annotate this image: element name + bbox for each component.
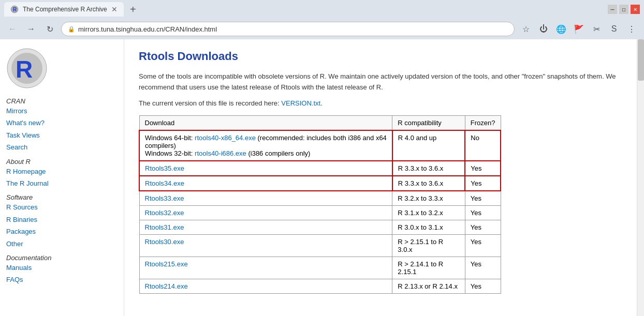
bookmark-icon[interactable]: ☆ xyxy=(519,22,533,36)
url-bar[interactable]: 🔒 mirrors.tuna.tsinghua.edu.cn/CRAN/inde… xyxy=(61,22,515,36)
r-logo: R xyxy=(6,48,48,89)
version-text-post: . xyxy=(320,99,323,107)
col-frozen: Frozen? xyxy=(465,115,501,130)
table-cell-frozen: Yes xyxy=(465,257,501,279)
tab-close-button[interactable]: ✕ xyxy=(111,5,118,13)
refresh-button[interactable]: ↻ xyxy=(42,22,57,36)
rtools40-i686-link[interactable]: rtools40-i686.exe xyxy=(195,149,246,157)
tab-favicon: R xyxy=(10,5,19,13)
sidebar-item-other[interactable]: Other xyxy=(6,238,118,250)
maximize-button[interactable]: □ xyxy=(619,5,628,14)
sidebar-item-r-homepage[interactable]: R Homepage xyxy=(6,165,118,177)
svg-text:R: R xyxy=(13,7,17,12)
table-cell-compat: R 3.3.x to 3.6.x xyxy=(392,176,465,191)
main-content: Rtools Downloads Some of the tools are i… xyxy=(124,39,637,316)
description: Some of the tools are incompatible with … xyxy=(139,71,622,93)
col-download: Download xyxy=(139,115,392,130)
title-bar: R The Comprehensive R Archive ✕ + ─ □ ✕ xyxy=(0,0,644,19)
sidebar-item-r-sources[interactable]: R Sources xyxy=(6,201,118,213)
table-row: Rtools31.exe R 3.0.x to 3.1.x Yes xyxy=(139,220,501,234)
table-row: Rtools214.exe R 2.13.x or R 2.14.x Yes xyxy=(139,279,501,293)
sidebar-item-mirrors[interactable]: Mirrors xyxy=(6,105,118,117)
window-controls: ─ □ ✕ xyxy=(608,5,640,14)
win64-text: Windows 64-bit: xyxy=(145,134,195,142)
sidebar: R CRAN Mirrors What's new? Task Views Se… xyxy=(0,39,124,316)
rtools32-link[interactable]: Rtools32.exe xyxy=(145,209,184,217)
page-scrollbar[interactable] xyxy=(637,39,644,316)
table-cell-download: Rtools30.exe xyxy=(139,234,392,257)
rtools214-link[interactable]: Rtools214.exe xyxy=(145,282,188,290)
profile-icon[interactable]: S xyxy=(607,22,621,36)
software-label: Software xyxy=(6,193,33,201)
menu-icon[interactable]: ⋮ xyxy=(624,22,639,36)
browser-tab[interactable]: R The Comprehensive R Archive ✕ xyxy=(4,2,124,17)
sidebar-item-search[interactable]: Search xyxy=(6,141,118,153)
sidebar-item-task-views[interactable]: Task Views xyxy=(6,129,118,141)
table-cell-frozen: Yes xyxy=(465,205,501,220)
table-row: Rtools33.exe R 3.2.x to 3.3.x Yes xyxy=(139,191,501,206)
table-cell-compat: R 3.1.x to 3.2.x xyxy=(392,205,465,220)
browser-window: R The Comprehensive R Archive ✕ + ─ □ ✕ … xyxy=(0,0,644,316)
table-cell-frozen: Yes xyxy=(465,161,501,176)
table-cell-frozen: Yes xyxy=(465,176,501,191)
address-bar: ← → ↻ 🔒 mirrors.tuna.tsinghua.edu.cn/CRA… xyxy=(0,19,644,39)
version-text-pre: The current version of this file is reco… xyxy=(139,99,281,107)
back-button[interactable]: ← xyxy=(5,22,20,36)
table-cell-download: Rtools32.exe xyxy=(139,205,392,220)
table-header-row: Download R compatibility Frozen? xyxy=(139,115,501,130)
table-cell-frozen: No xyxy=(465,130,501,161)
table-cell-download: Rtools33.exe xyxy=(139,191,392,206)
table-cell-compat: R 4.0 and up xyxy=(392,130,465,161)
close-button[interactable]: ✕ xyxy=(631,5,640,14)
rtools35-link[interactable]: Rtools35.exe xyxy=(145,164,184,172)
svg-text:R: R xyxy=(16,56,33,83)
scrollbar-thumb[interactable] xyxy=(638,39,644,81)
flag-icon[interactable]: 🚩 xyxy=(572,22,586,36)
about-r-label: About R xyxy=(6,158,31,165)
rtools34-link[interactable]: Rtools34.exe xyxy=(145,179,184,187)
table-cell-download: Rtools214.exe xyxy=(139,279,392,293)
table-cell-download: Rtools35.exe xyxy=(139,161,392,176)
rtools215-link[interactable]: Rtools215.exe xyxy=(145,260,188,268)
table-cell-download: Rtools34.exe xyxy=(139,176,392,191)
rtools31-link[interactable]: Rtools31.exe xyxy=(145,223,184,231)
new-tab-button[interactable]: + xyxy=(126,2,140,17)
documentation-label: Documentation xyxy=(6,254,51,262)
sidebar-item-r-binaries[interactable]: R Binaries xyxy=(6,214,118,225)
table-cell-compat: R 3.0.x to 3.1.x xyxy=(392,220,465,234)
cran-label: CRAN xyxy=(6,97,25,105)
page-content: R CRAN Mirrors What's new? Task Views Se… xyxy=(0,39,644,316)
rtools30-link[interactable]: Rtools30.exe xyxy=(145,238,184,246)
table-cell-frozen: Yes xyxy=(465,279,501,293)
downloads-table: Download R compatibility Frozen? Windows… xyxy=(139,115,501,294)
table-cell-compat: R 3.2.x to 3.3.x xyxy=(392,191,465,206)
table-cell-download: Rtools215.exe xyxy=(139,257,392,279)
sidebar-item-r-journal[interactable]: The R Journal xyxy=(6,177,118,189)
sidebar-item-faqs[interactable]: FAQs xyxy=(6,274,118,285)
rtools33-link[interactable]: Rtools33.exe xyxy=(145,194,184,202)
sidebar-item-packages[interactable]: Packages xyxy=(6,225,118,237)
table-row: Rtools35.exe R 3.3.x to 3.6.x Yes xyxy=(139,161,501,176)
forward-button[interactable]: → xyxy=(24,22,38,36)
scissors-icon[interactable]: ✂ xyxy=(589,22,604,36)
table-cell-download: Rtools31.exe xyxy=(139,220,392,234)
table-row: Rtools215.exe R > 2.14.1 to R 2.15.1 Yes xyxy=(139,257,501,279)
version-line: The current version of this file is reco… xyxy=(139,99,622,107)
table-cell-compat: R > 2.15.1 to R 3.0.x xyxy=(392,234,465,257)
sidebar-item-manuals[interactable]: Manuals xyxy=(6,262,118,274)
globe-icon[interactable]: 🌐 xyxy=(554,22,568,36)
minimize-button[interactable]: ─ xyxy=(608,5,617,14)
page-title: Rtools Downloads xyxy=(139,50,622,63)
rtools40-x86-link[interactable]: rtools40-x86_64.exe xyxy=(195,134,256,142)
table-cell-frozen: Yes xyxy=(465,220,501,234)
tab-title: The Comprehensive R Archive xyxy=(23,6,107,13)
sidebar-item-whats-new[interactable]: What's new? xyxy=(6,117,118,129)
version-link[interactable]: VERSION.txt xyxy=(281,99,320,107)
table-cell-frozen: Yes xyxy=(465,191,501,206)
table-row: Rtools32.exe R 3.1.x to 3.2.x Yes xyxy=(139,205,501,220)
table-row: Rtools34.exe R 3.3.x to 3.6.x Yes xyxy=(139,176,501,191)
table-cell-compat: R > 2.14.1 to R 2.15.1 xyxy=(392,257,465,279)
table-cell-compat: R 3.3.x to 3.6.x xyxy=(392,161,465,176)
power-icon[interactable]: ⏻ xyxy=(536,22,551,36)
table-row: Rtools30.exe R > 2.15.1 to R 3.0.x Yes xyxy=(139,234,501,257)
